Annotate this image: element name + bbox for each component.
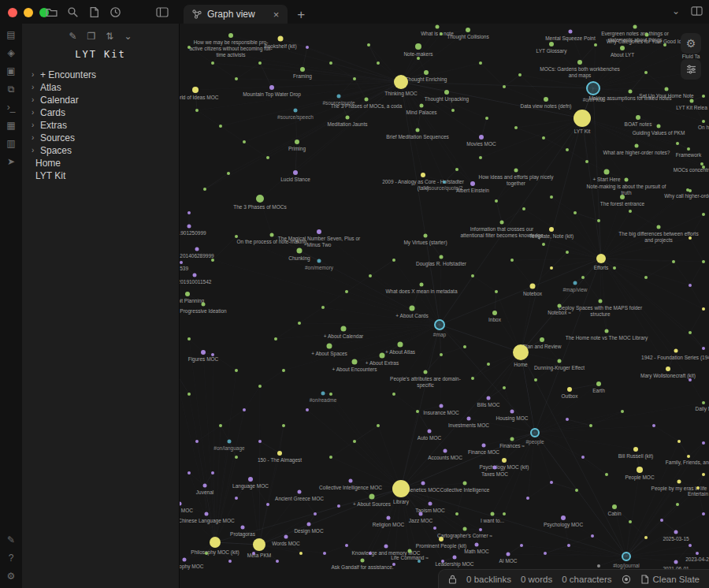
graph-dot[interactable] (306, 408, 309, 411)
graph-node[interactable] (346, 116, 350, 120)
graph-node[interactable] (567, 387, 572, 392)
graph-node[interactable] (633, 25, 637, 29)
graph-node[interactable] (307, 523, 311, 527)
graph-node[interactable] (463, 527, 467, 531)
graph-node[interactable] (278, 36, 284, 42)
graph-dot[interactable] (702, 166, 705, 169)
graph-dot[interactable] (518, 73, 522, 76)
sidebar-toggle-icon[interactable] (156, 6, 169, 18)
graph-node[interactable] (440, 404, 444, 408)
command-palette-icon[interactable]: ›_ (7, 102, 16, 113)
graph-dot[interactable] (321, 306, 325, 309)
graph-node[interactable] (702, 120, 705, 123)
graph-node[interactable] (201, 350, 206, 355)
sidebar-file-item[interactable]: Home (22, 157, 179, 169)
graph-dot[interactable] (676, 503, 679, 506)
backlinks-count[interactable]: 0 backlinks (466, 575, 511, 584)
graph-node[interactable] (530, 284, 536, 289)
graph-dot[interactable] (243, 140, 246, 143)
graph-dot[interactable] (597, 219, 600, 222)
graph-dot[interactable] (702, 95, 705, 98)
graph-node[interactable] (365, 98, 369, 102)
graph-node[interactable] (666, 367, 670, 371)
graph-dot[interactable] (644, 276, 648, 279)
graph-node[interactable] (690, 99, 694, 103)
graph-dot[interactable] (566, 251, 569, 254)
graph-node[interactable] (337, 95, 341, 99)
graph-node[interactable] (657, 225, 661, 229)
graph-node[interactable] (297, 248, 303, 254)
sidebar-folder-item[interactable]: ›Spaces (22, 144, 179, 157)
graph-node[interactable] (434, 319, 445, 330)
graph-dot[interactable] (581, 456, 585, 459)
graph-node[interactable] (253, 538, 265, 551)
graph-dot[interactable] (440, 32, 443, 35)
graph-canvas[interactable]: What is a noteThought CollisionsMental S… (180, 24, 709, 588)
graph-dot[interactable] (187, 46, 191, 49)
graph-node[interactable] (569, 30, 573, 34)
graph-dot[interactable] (274, 337, 277, 341)
history-icon[interactable] (110, 6, 121, 18)
graph-dot[interactable] (644, 536, 648, 539)
graph-dot[interactable] (689, 378, 692, 381)
graph-node[interactable] (674, 560, 678, 564)
graph-node[interactable] (502, 458, 507, 463)
graph-dot[interactable] (258, 385, 262, 388)
graph-node[interactable] (549, 227, 554, 232)
graph-node[interactable] (493, 466, 497, 470)
graph-node[interactable] (625, 178, 629, 182)
graph-node[interactable] (192, 87, 199, 93)
graph-node[interactable] (424, 370, 428, 374)
collapse-all-icon[interactable]: ⌄ (124, 31, 132, 42)
graph-node[interactable] (317, 229, 321, 234)
graph-dot[interactable] (258, 61, 262, 65)
graph-dot[interactable] (621, 410, 624, 413)
graph-node[interactable] (629, 90, 633, 94)
graph-node[interactable] (203, 484, 207, 488)
graph-dot[interactable] (629, 210, 632, 213)
graph-node[interactable] (443, 180, 446, 184)
graph-dot[interactable] (377, 61, 380, 65)
graph-dot[interactable] (235, 456, 238, 459)
graph-node[interactable] (677, 480, 681, 484)
graph-node[interactable] (394, 75, 408, 89)
graph-dot[interactable] (195, 109, 199, 112)
graph-dot[interactable] (345, 544, 348, 547)
graph-dot[interactable] (663, 43, 666, 47)
graph-node[interactable] (424, 70, 429, 75)
graph-node[interactable] (463, 482, 467, 486)
sidebar-file-item[interactable]: LYT Kit (22, 169, 179, 182)
graph-view-icon[interactable]: ◈ (7, 48, 14, 58)
graph-dot[interactable] (282, 369, 285, 372)
graph-dot[interactable] (702, 260, 705, 263)
graph-dot[interactable] (298, 322, 301, 325)
graph-node[interactable] (604, 169, 610, 175)
graph-dot[interactable] (455, 168, 458, 171)
graph-node[interactable] (637, 467, 643, 473)
graph-dot[interactable] (203, 188, 206, 191)
graph-node[interactable] (269, 85, 274, 90)
graph-node[interactable] (491, 512, 495, 516)
graph-dot[interactable] (418, 560, 421, 563)
graph-node[interactable] (270, 233, 274, 237)
graph-node[interactable] (444, 90, 449, 95)
graph-node[interactable] (284, 535, 288, 539)
graph-dot[interactable] (369, 552, 372, 555)
graph-dot[interactable] (314, 512, 317, 515)
graph-node[interactable] (241, 526, 245, 530)
graph-dot[interactable] (495, 290, 498, 293)
graph-dot[interactable] (503, 85, 506, 88)
graph-dot[interactable] (522, 207, 525, 210)
graph-node[interactable] (298, 490, 302, 494)
graph-dot[interactable] (676, 142, 679, 145)
properties-lock-item[interactable] (448, 575, 457, 584)
new-note-icon[interactable]: ✎ (69, 31, 77, 42)
graph-node[interactable] (513, 344, 529, 360)
help-icon[interactable]: ? (9, 553, 14, 564)
graph-dot[interactable] (392, 563, 395, 566)
graph-dot[interactable] (479, 61, 482, 65)
graph-dot[interactable] (544, 552, 547, 555)
graph-node[interactable] (596, 381, 601, 386)
graph-dot[interactable] (689, 544, 692, 547)
graph-dot[interactable] (644, 71, 648, 74)
